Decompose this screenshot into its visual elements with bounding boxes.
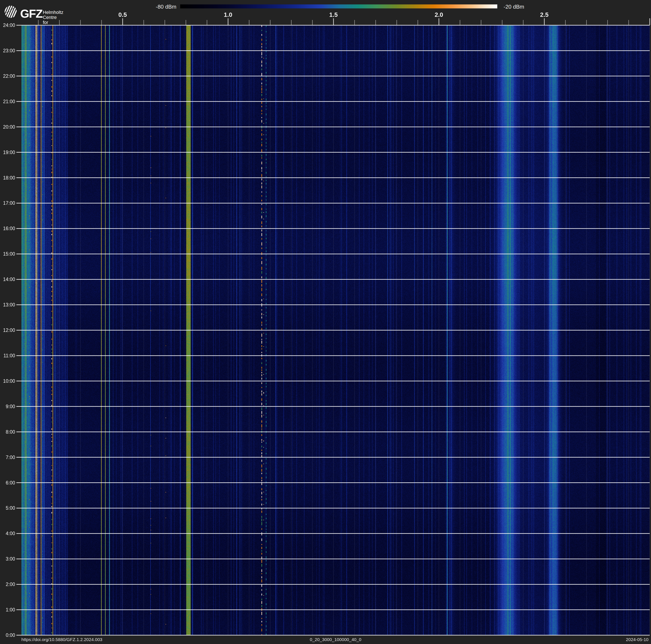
y-axis-hour-label: 17:00 [0,200,15,206]
y-axis-hour-label: 3:00 [0,556,15,562]
y-axis-hour-label: 22:00 [0,73,15,79]
y-axis-hour-label: 21:00 [0,98,15,105]
doi-text: https://doi.org/10.5880/GFZ.1.2.2024.003 [22,637,102,642]
date-text: 2024-05-10 [600,637,649,642]
dataset-id-text: 0_20_3000_100000_40_0 [310,637,361,642]
y-axis-hour-label: 5:00 [0,505,15,511]
x-axis-tick-label: 0.5 [113,11,132,18]
y-axis-hour-label: 7:00 [0,455,15,460]
y-axis-hour-label: 8:00 [0,429,15,435]
spectrogram-page: GFZ Helmholtz Centre for Geosciences -80… [0,0,651,644]
y-axis-hour-label: 4:00 [0,530,15,536]
y-axis-hour-label: 16:00 [0,226,15,231]
y-axis-hour-label: 1:00 [0,607,15,613]
y-axis-hour-label: 19:00 [0,149,15,155]
x-axis-tick-label: 1.5 [324,11,343,18]
y-axis-hour-label: 18:00 [0,175,15,181]
y-axis-hour-label: 23:00 [0,48,15,54]
y-axis-hour-label: 6:00 [0,480,15,486]
x-axis-tick-label: 2.5 [535,11,554,18]
y-axis-hour-label: 24:00 [0,22,15,28]
y-axis-hour-label: 20:00 [0,124,15,130]
y-axis-hour-label: 2:00 [0,581,15,587]
y-axis-hour-label: 0:00 [0,632,15,638]
y-axis-hour-label: 15:00 [0,251,15,257]
y-axis-hour-label: 9:00 [0,404,15,409]
y-axis-hour-label: 10:00 [0,378,15,384]
x-axis-tick-label: 1.0 [219,11,238,18]
y-axis-hour-label: 11:00 [0,353,15,358]
y-axis-hour-label: 12:00 [0,327,15,333]
y-axis-hour-label: 14:00 [0,276,15,282]
y-axis-hour-label: 13:00 [0,302,15,308]
x-axis-tick-label: 2.0 [429,11,448,18]
spectrogram-canvas [0,0,651,644]
